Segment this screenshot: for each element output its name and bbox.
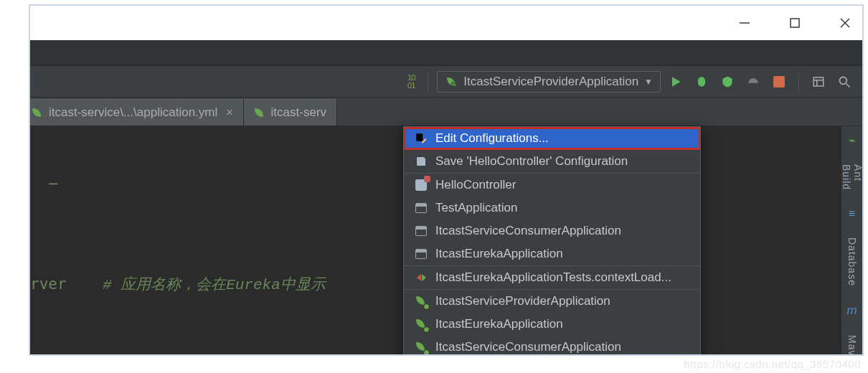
- run-config-dropdown: Edit Configurations... Save 'HelloContro…: [403, 126, 701, 354]
- maximize-button[interactable]: [786, 14, 803, 32]
- svg-line-10: [846, 83, 850, 87]
- app-icon: [414, 224, 428, 238]
- profile-button[interactable]: [742, 71, 764, 93]
- spring-icon: [253, 106, 265, 119]
- debug-button[interactable]: [691, 71, 712, 93]
- menu-label: ItcastServiceProviderApplication: [435, 294, 610, 308]
- spring-boot-icon: [414, 340, 428, 354]
- menu-run-config[interactable]: TestApplication: [404, 197, 700, 219]
- spring-boot-icon: [414, 294, 428, 308]
- close-button[interactable]: [836, 14, 854, 32]
- menu-label: ItcastServiceConsumerApplication: [435, 224, 621, 238]
- run-config-selector[interactable]: ItcastServiceProviderApplication ▼: [437, 71, 661, 93]
- minimize-button[interactable]: [736, 14, 753, 32]
- svg-rect-13: [418, 162, 424, 166]
- menu-run-config[interactable]: ItcastEurekaApplication: [404, 313, 700, 336]
- menu-label: ItcastServiceConsumerApplication: [435, 340, 621, 354]
- menu-run-config[interactable]: ItcastEurekaApplicationTests.contextLoad…: [404, 266, 700, 289]
- maven-icon: m: [846, 303, 857, 318]
- maven-tool[interactable]: Mav: [846, 335, 858, 354]
- code-token: rver: [30, 275, 67, 293]
- main-toolbar: 1001 ItcastServiceProviderApplication ▼: [30, 66, 862, 98]
- toolbar-separator: [428, 72, 428, 91]
- spring-icon: [30, 106, 43, 119]
- save-icon: [414, 154, 428, 169]
- menu-label: ItcastEurekaApplication: [435, 247, 563, 261]
- layout-button[interactable]: [808, 71, 829, 93]
- app-icon: [414, 201, 428, 215]
- svg-rect-11: [416, 133, 423, 141]
- window-frame: 1001 ItcastServiceProviderApplication ▼: [29, 4, 864, 356]
- menu-run-config[interactable]: HelloController: [404, 174, 700, 197]
- run-config-label: ItcastServiceProviderApplication: [463, 75, 638, 89]
- code-line: rver # 应用名称，会在Eureka中显示: [30, 274, 326, 294]
- menu-edit-configurations[interactable]: Edit Configurations...: [404, 127, 700, 150]
- watermark: https://blog.csdn.net/qq_35570400: [684, 358, 861, 370]
- binary-icon: 1001: [407, 74, 415, 90]
- class-icon: [414, 178, 428, 192]
- editor-tabbar: itcast-service\...\application.yml × itc…: [30, 98, 862, 126]
- run-button[interactable]: [665, 71, 687, 93]
- menu-label: ItcastEurekaApplicationTests.contextLoad…: [435, 270, 671, 285]
- ant-icon: ⌁: [849, 133, 856, 147]
- stop-icon: [773, 76, 785, 88]
- titlebar: [30, 6, 862, 40]
- gutter-indicator: ⎯: [49, 169, 58, 186]
- caret-down-icon: ▼: [644, 77, 653, 87]
- menu-label: TestApplication: [435, 201, 517, 215]
- spring-icon: [445, 75, 458, 88]
- database-icon: ≡: [849, 207, 855, 220]
- svg-rect-1: [791, 19, 799, 27]
- database-tool[interactable]: Database: [846, 237, 858, 286]
- menu-run-config[interactable]: ItcastServiceConsumerApplication: [404, 219, 700, 242]
- tab-label: itcast-serv: [271, 105, 326, 120]
- code-comment: # 应用名称，会在Eureka中显示: [103, 277, 326, 293]
- menu-label: HelloController: [435, 178, 516, 192]
- menu-run-config[interactable]: ItcastServiceConsumerApplication: [404, 336, 700, 354]
- edit-icon: [414, 131, 428, 146]
- test-icon: [414, 273, 428, 283]
- svg-rect-12: [418, 158, 423, 161]
- ide-area: 1001 ItcastServiceProviderApplication ▼: [30, 40, 862, 354]
- menu-label: Save 'HelloController' Configuration: [435, 154, 628, 169]
- toolbar-separator: [798, 72, 799, 91]
- menu-run-config[interactable]: ItcastEurekaApplication: [404, 242, 700, 265]
- spring-boot-icon: [414, 317, 428, 331]
- svg-rect-6: [813, 77, 824, 86]
- coverage-button[interactable]: [717, 71, 738, 93]
- ant-build-tool[interactable]: Ant Build: [841, 164, 863, 190]
- tab-label: itcast-service\...\application.yml: [49, 105, 217, 120]
- stop-button[interactable]: [768, 71, 790, 93]
- menu-save-configuration[interactable]: Save 'HelloController' Configuration: [404, 150, 700, 173]
- right-tool-strip: ⌁ Ant Build ≡ Database m Mav: [841, 126, 862, 354]
- tab-itcast-serv[interactable]: itcast-serv: [244, 99, 337, 126]
- menu-run-config[interactable]: ItcastServiceProviderApplication: [404, 290, 700, 313]
- search-everywhere-button[interactable]: [834, 71, 855, 93]
- menu-label: Edit Configurations...: [435, 131, 549, 146]
- close-tab-icon[interactable]: ×: [223, 106, 232, 119]
- svg-point-9: [839, 77, 846, 84]
- tab-application-yml[interactable]: itcast-service\...\application.yml ×: [30, 99, 244, 126]
- menu-label: ItcastEurekaApplication: [435, 317, 563, 331]
- app-icon: [414, 247, 428, 261]
- menu-bar-area: [30, 40, 862, 66]
